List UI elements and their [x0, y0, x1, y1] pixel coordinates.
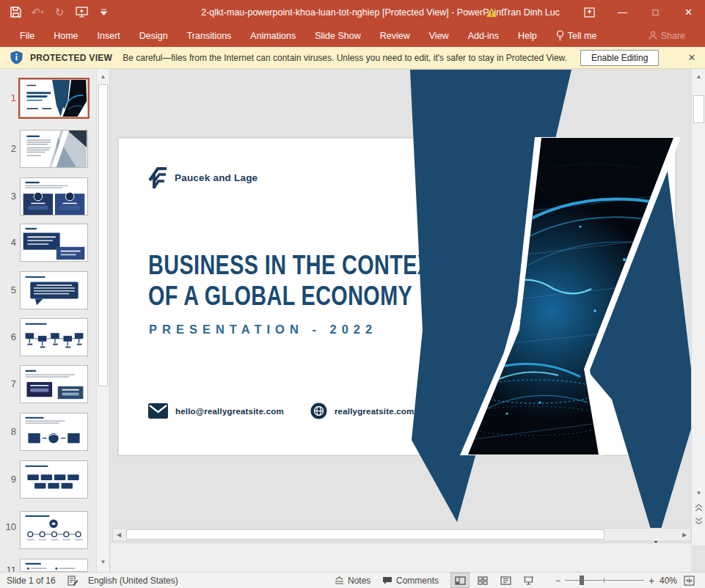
customize-qat-icon[interactable] [94, 3, 113, 22]
normal-view-button[interactable] [450, 573, 470, 588]
spellcheck-icon[interactable] [67, 573, 78, 588]
slide-subtitle[interactable]: PRESENTATION - 2022 [149, 323, 377, 337]
scroll-left-icon[interactable]: ◀ [113, 529, 125, 540]
comments-toggle[interactable]: Comments [382, 573, 439, 588]
slide-thumbnail-10[interactable] [20, 511, 88, 549]
enable-editing-button[interactable]: Enable Editing [580, 50, 659, 66]
thumbnail-scrollbar-thumb[interactable] [98, 84, 108, 386]
slide-number: 1 [3, 92, 16, 103]
slide-thumbnail-8[interactable] [20, 413, 88, 451]
protected-view-banner: PROTECTED VIEW Be careful—files from the… [0, 47, 705, 69]
horizontal-scrollbar[interactable]: ◀ ▶ [112, 528, 691, 541]
slide-number: 7 [3, 378, 16, 389]
slide-thumbnail-7[interactable] [20, 365, 88, 403]
tab-transitions[interactable]: Transitions [178, 24, 241, 47]
tab-insert[interactable]: Insert [88, 24, 130, 47]
protected-view-message: Be careful—files from the Internet can c… [123, 53, 567, 63]
banner-close-icon[interactable]: ✕ [684, 52, 699, 63]
website-text: reallygreatsite.com [335, 407, 414, 416]
user-name: Tran Dinh Luc [503, 7, 560, 18]
fit-slide-to-window-button[interactable] [684, 573, 695, 588]
tab-view[interactable]: View [420, 24, 459, 47]
zoom-slider[interactable] [565, 573, 644, 588]
slide-number: 8 [3, 426, 16, 437]
slide-title[interactable]: BUSINESS IN THE CONTEXT OF A GLOBAL ECON… [148, 250, 401, 312]
tab-home[interactable]: Home [44, 24, 87, 47]
save-icon[interactable] [6, 3, 25, 22]
notes-toggle[interactable]: Notes [335, 573, 370, 588]
previous-slide-icon[interactable] [693, 501, 705, 513]
email-icon [148, 403, 168, 419]
redo-icon[interactable]: ↻ [50, 3, 69, 22]
slide-number: 11 [3, 565, 16, 572]
share-button[interactable]: Share [639, 24, 695, 47]
slide-thumbnail-1[interactable] [20, 79, 88, 117]
scroll-up-icon[interactable]: ▲ [693, 70, 705, 82]
tab-design[interactable]: Design [130, 24, 178, 47]
undo-icon[interactable]: ↶▾ [28, 3, 47, 22]
slide-number: 10 [3, 521, 16, 532]
slide-thumbnail-4[interactable] [20, 224, 88, 262]
zoom-in-button[interactable]: + [649, 573, 654, 588]
slide-number: 9 [3, 474, 16, 485]
next-slide-icon[interactable] [693, 515, 705, 526]
website-globe-icon [310, 403, 327, 419]
slide-thumbnail-5[interactable] [20, 271, 88, 309]
ribbon-display-options-icon[interactable] [573, 0, 606, 24]
slide-thumbnail-3[interactable] [20, 177, 88, 216]
company-name: Paucek and Lage [175, 172, 257, 183]
minimize-button[interactable]: — [606, 0, 639, 24]
start-slideshow-icon[interactable] [72, 3, 91, 22]
workspace: 1 2 [0, 69, 705, 572]
zoom-level[interactable]: 40% [660, 573, 677, 588]
slide-number: 2 [3, 143, 16, 154]
shield-info-icon [10, 51, 23, 65]
slide-scene [111, 69, 691, 572]
slide-thumbnail-9[interactable] [20, 460, 88, 499]
person-icon [649, 31, 657, 40]
slide-thumbnail-6[interactable] [20, 318, 88, 356]
tab-review[interactable]: Review [370, 24, 420, 47]
slideshow-view-button[interactable] [519, 573, 538, 588]
close-button[interactable]: ✕ [672, 0, 705, 24]
contact-row: hello@reallygreatsite.com reallygreatsit… [148, 403, 414, 419]
slide-number: 5 [3, 284, 16, 295]
zoom-slider-thumb[interactable] [580, 576, 584, 585]
scroll-down-icon[interactable]: ▼ [693, 487, 705, 499]
slide-number: 6 [3, 331, 16, 342]
slide-sorter-view-button[interactable] [473, 573, 492, 588]
notes-icon [335, 576, 344, 585]
reading-view-button[interactable] [496, 573, 515, 588]
tab-animations[interactable]: Animations [241, 24, 305, 47]
zoom-out-button[interactable]: − [555, 573, 560, 588]
tell-me-button[interactable]: Tell me [547, 24, 607, 47]
slide-canvas: Paucek and Lage BUSINESS IN THE CONTEXT … [111, 69, 705, 572]
slide-thumbnail-panel: 1 2 [0, 69, 110, 572]
scroll-down-icon[interactable]: ▼ [98, 556, 109, 567]
vertical-scrollbar[interactable]: ▲ ▼ [691, 69, 705, 545]
canvas-footer-strip [111, 543, 691, 572]
language-indicator[interactable]: English (United States) [88, 573, 178, 588]
slide-indicator[interactable]: Slide 1 of 16 [7, 573, 56, 588]
tab-slideshow[interactable]: Slide Show [305, 24, 370, 47]
title-bar: ↶▾ ↻ 2-qlkt-mau-powerpoint-khoa-luan-tot… [0, 0, 705, 24]
status-bar: Slide 1 of 16 English (United States) No… [0, 572, 705, 588]
horizontal-scrollbar-thumb[interactable] [126, 529, 604, 540]
scroll-up-icon[interactable]: ▲ [98, 70, 109, 82]
vertical-scrollbar-thumb[interactable] [693, 95, 704, 123]
slide-thumbnail-2[interactable] [20, 130, 88, 168]
tab-help[interactable]: Help [508, 24, 547, 47]
thumbnail-scrollbar[interactable]: ▲ ▼ [96, 69, 109, 572]
slide-number: 4 [3, 237, 16, 248]
scroll-right-icon[interactable]: ▶ [679, 529, 690, 540]
tab-file[interactable]: File [10, 24, 44, 47]
slide-number: 3 [3, 191, 16, 202]
logo: Paucek and Lage [147, 166, 257, 190]
tab-addins[interactable]: Add-ins [459, 24, 508, 47]
logo-icon [147, 166, 168, 190]
maximize-button[interactable]: □ [639, 0, 672, 24]
account-button[interactable]: Tran Dinh Luc [486, 7, 560, 18]
warning-icon [486, 7, 497, 18]
protected-view-label: PROTECTED VIEW [30, 53, 112, 63]
slide-thumbnail-11[interactable] [20, 559, 88, 572]
